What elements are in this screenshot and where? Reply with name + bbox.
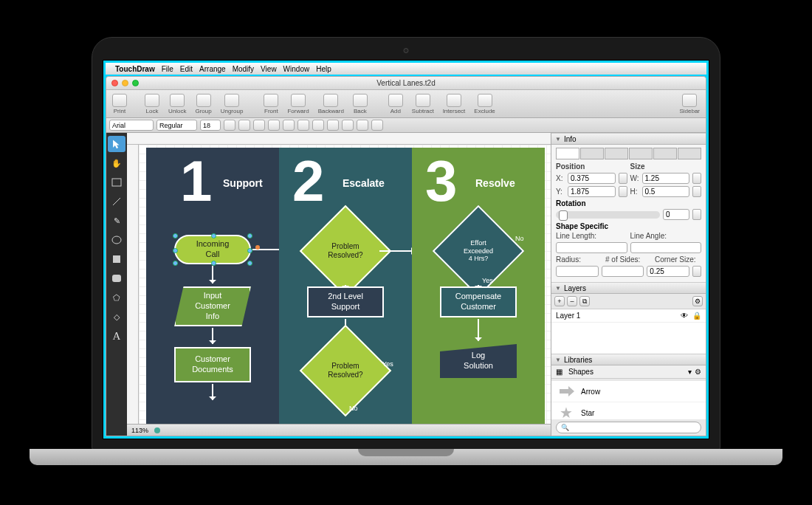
layer-row[interactable]: Layer 1 👁 🔒 [551, 309, 706, 323]
sel-handle-icon[interactable] [173, 261, 178, 266]
shape-resolved2[interactable]: Problem Resolved? [313, 338, 378, 403]
sel-handle-icon[interactable] [173, 248, 178, 253]
menu-file[interactable]: File [162, 65, 173, 73]
pen-tool[interactable]: ✎ [108, 213, 125, 229]
forward-button[interactable]: Forward [284, 92, 312, 116]
w-field[interactable]: 1.25 [642, 173, 690, 184]
arrow-end-button[interactable] [371, 120, 383, 131]
pan-tool[interactable]: ✋ [108, 155, 125, 171]
square-tool[interactable] [108, 251, 125, 267]
line-angle-field[interactable] [630, 242, 702, 253]
line-style-button[interactable] [342, 120, 354, 131]
group-button[interactable]: Group [192, 92, 214, 116]
path-tool[interactable]: ◇ [108, 309, 125, 325]
shape-effort[interactable]: Effort Exceeded 4 Hrs? [446, 219, 511, 284]
stroke-color-button[interactable] [327, 120, 339, 131]
line-length-field[interactable] [556, 242, 627, 253]
libraries-panel-header[interactable]: ▼Libraries [551, 354, 706, 365]
rounded-rect-tool[interactable] [108, 270, 125, 286]
lib-dropdown-icon[interactable]: ▾ [688, 368, 692, 376]
font-select[interactable]: Arial [109, 120, 154, 131]
shape-input-info[interactable]: Input Customer Info [174, 286, 251, 326]
text-tool[interactable]: A [108, 328, 125, 344]
info-tab-misc[interactable] [678, 148, 701, 159]
size-select[interactable]: 18 [200, 120, 221, 131]
corner-stepper[interactable] [692, 266, 701, 277]
polygon-tool[interactable]: ⬠ [108, 289, 125, 306]
print-button[interactable]: Print [109, 92, 130, 116]
underline-button[interactable] [253, 120, 265, 131]
menu-edit[interactable]: Edit [180, 65, 193, 73]
backward-button[interactable]: Backward [315, 92, 347, 116]
ungroup-button[interactable]: Ungroup [218, 92, 247, 116]
x-field[interactable]: 0.375 [568, 173, 616, 184]
visibility-icon[interactable]: 👁 [681, 312, 688, 320]
y-stepper[interactable] [619, 186, 627, 197]
lane-resolve[interactable]: 3 Resolve Effort Exceeded 4 Hrs? No Yes [412, 148, 545, 424]
info-tab-shadow[interactable] [653, 148, 677, 159]
info-tab-stroke[interactable] [605, 148, 628, 159]
shape-compensate[interactable]: Compensate Customer [440, 286, 517, 317]
lock-button[interactable]: Lock [142, 92, 162, 116]
info-tab-geometry[interactable] [556, 148, 579, 159]
rect-tool[interactable] [108, 174, 125, 190]
menu-modify[interactable]: Modify [233, 65, 254, 73]
close-icon[interactable] [111, 80, 118, 86]
minimize-icon[interactable] [122, 80, 128, 86]
library-item[interactable]: ★ Star [551, 402, 706, 419]
lib-gear-icon[interactable]: ⚙ [695, 368, 701, 376]
front-button[interactable]: Front [261, 92, 281, 116]
align-center-button[interactable] [283, 120, 295, 131]
dup-layer-button[interactable]: ⧉ [579, 296, 590, 306]
sidebar-button[interactable]: Sidebar [676, 92, 703, 116]
sel-handle-icon[interactable] [247, 261, 252, 266]
y-field[interactable]: 1.875 [568, 186, 616, 197]
shape-documents[interactable]: Customer Documents [174, 347, 251, 382]
h-stepper[interactable] [692, 186, 701, 197]
menu-view[interactable]: View [261, 65, 277, 73]
info-panel-header[interactable]: ▼Info [551, 133, 706, 145]
line-tool[interactable] [108, 193, 125, 210]
sel-handle-icon[interactable] [211, 261, 216, 266]
sides-field[interactable] [602, 266, 644, 277]
zoom-level[interactable]: 113% [131, 427, 148, 434]
library-item[interactable]: Arrow [551, 381, 706, 402]
menu-help[interactable]: Help [316, 65, 331, 73]
layers-panel-header[interactable]: ▼Layers [551, 282, 706, 294]
italic-button[interactable] [238, 120, 250, 131]
intersect-button[interactable]: Intersect [440, 92, 469, 116]
sel-handle-icon[interactable] [211, 233, 216, 238]
layer-gear-icon[interactable]: ⚙ [692, 296, 703, 306]
radius-field[interactable] [556, 266, 599, 277]
rotation-slider[interactable] [556, 211, 660, 219]
arrow-start-button[interactable] [357, 120, 368, 131]
rotation-stepper[interactable] [692, 209, 701, 220]
corner-field[interactable]: 0.25 [647, 266, 689, 277]
app-name-menu[interactable]: TouchDraw [115, 65, 155, 73]
menu-arrange[interactable]: Arrange [199, 65, 226, 73]
shape-incoming-call[interactable]: Incoming Call [174, 235, 251, 264]
lane-escalate[interactable]: 2 Escalate Problem Resolved? 2nd Level S… [279, 148, 412, 424]
h-field[interactable]: 0.5 [642, 186, 690, 197]
bold-button[interactable] [224, 120, 235, 131]
add-button[interactable]: Add [385, 92, 406, 116]
exclude-button[interactable]: Exclude [471, 92, 498, 116]
w-stepper[interactable] [692, 173, 701, 184]
x-stepper[interactable] [619, 173, 627, 184]
menu-window[interactable]: Window [283, 65, 310, 73]
fill-color-button[interactable] [312, 120, 324, 131]
add-layer-button[interactable]: + [554, 296, 565, 306]
unlock-button[interactable]: Unlock [165, 92, 189, 116]
subtract-button[interactable]: Subtract [409, 92, 437, 116]
shape-support2[interactable]: 2nd Level Support [307, 286, 384, 317]
pointer-tool[interactable] [108, 136, 125, 152]
grid-view-icon[interactable]: ▦ [556, 368, 562, 376]
remove-layer-button[interactable]: – [567, 296, 577, 306]
rotation-field[interactable]: 0 [663, 209, 689, 220]
align-right-button[interactable] [297, 120, 309, 131]
info-tab-text[interactable] [629, 148, 653, 159]
sel-handle-icon[interactable] [247, 248, 252, 253]
shape-log[interactable]: Log Solution [440, 344, 517, 378]
sel-handle-icon[interactable] [247, 233, 252, 238]
shape-resolved1[interactable]: Problem Resolved? [313, 219, 378, 284]
